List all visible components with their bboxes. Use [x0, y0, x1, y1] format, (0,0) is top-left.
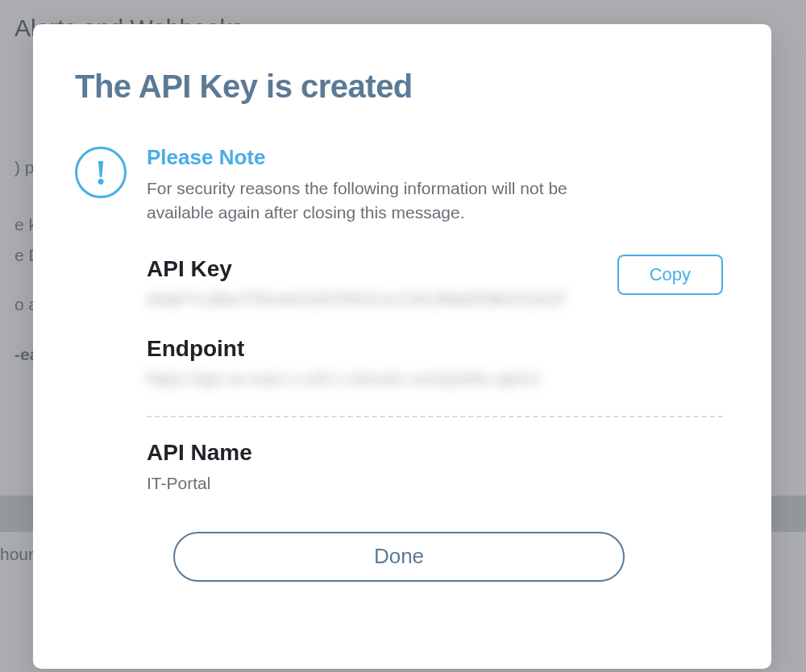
api-key-created-modal: The API Key is created ! Please Note For…	[33, 24, 771, 669]
note-body: For security reasons the following infor…	[147, 176, 582, 226]
note-heading: Please Note	[147, 145, 723, 170]
api-key-section: API Key aNqFYruBanTNmwKOdOS8nCnv1SKJMwEE…	[147, 256, 723, 309]
endpoint-section: Endpoint https://api-us-east-1-cell-1.do…	[147, 336, 723, 388]
modal-title: The API Key is created	[75, 68, 723, 105]
api-name-label: API Name	[147, 440, 723, 466]
exclamation-icon: !	[75, 147, 127, 198]
api-key-label: API Key	[147, 256, 567, 282]
done-button[interactable]: Done	[173, 532, 625, 582]
copy-button[interactable]: Copy	[617, 255, 723, 295]
api-key-value: aNqFYruBanTNmwKOdOS8nCnv1SKJMwEE8kGFyNJF	[147, 290, 567, 309]
api-name-value: IT-Portal	[147, 474, 723, 493]
endpoint-label: Endpoint	[147, 336, 723, 362]
section-divider	[147, 416, 723, 417]
please-note-block: ! Please Note For security reasons the f…	[75, 143, 723, 226]
endpoint-value: https://api-us-east-1-cell-1.domotz.com/…	[147, 370, 723, 388]
api-name-section: API Name IT-Portal	[147, 440, 723, 493]
note-content: Please Note For security reasons the fol…	[147, 143, 723, 226]
